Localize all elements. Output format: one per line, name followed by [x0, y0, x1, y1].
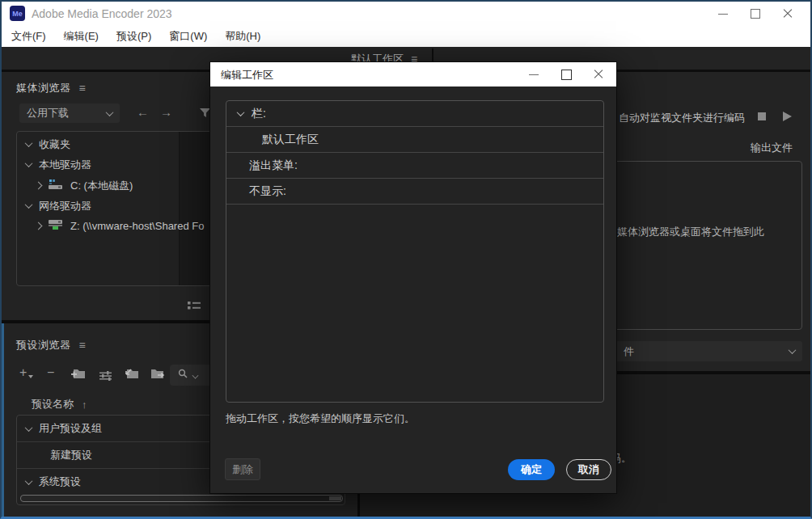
export-preset-icon[interactable] [150, 368, 165, 383]
chevron-right-icon[interactable] [35, 182, 43, 190]
add-preset-button[interactable]: + [19, 365, 33, 380]
preset-settings-icon[interactable] [99, 369, 113, 384]
media-source-select[interactable]: 公用下载 [19, 103, 120, 123]
tree-item-label: 新建预设 [50, 448, 92, 462]
chevron-down-icon[interactable] [25, 424, 33, 432]
workspace-row-label: 栏: [252, 107, 266, 121]
dialog-hint-text: 拖动工作区，按您希望的顺序显示它们。 [226, 411, 415, 426]
preset-browser-title: 预设浏览器 [16, 338, 71, 352]
tree-item-z-drive[interactable]: Z: (\\vmware-host\Shared Fo [36, 216, 204, 236]
window-title: Adobe Media Encoder 2023 [32, 7, 172, 20]
titlebar: Me Adobe Media Encoder 2023 [2, 2, 810, 26]
chevron-down-icon [192, 372, 199, 378]
dialog-titlebar: 编辑工作区 [210, 62, 616, 86]
tree-item-new-preset[interactable]: 新建预设 [50, 445, 92, 466]
minimize-button[interactable] [707, 2, 739, 26]
tree-item-local-drives[interactable]: 本地驱动器 [26, 154, 91, 175]
workspace-row-default[interactable]: 默认工作区 [226, 127, 603, 153]
chevron-down-icon[interactable] [25, 159, 33, 167]
close-button[interactable] [772, 2, 804, 26]
menu-preset[interactable]: 预设(P) [116, 29, 151, 44]
maximize-icon [751, 9, 760, 19]
tree-item-label: 本地驱动器 [39, 158, 91, 172]
delete-button[interactable]: 删除 [225, 458, 260, 480]
sort-direction-icon: ↑ [82, 399, 87, 411]
scrollbar-handle[interactable] [329, 496, 341, 500]
chevron-down-icon [106, 108, 114, 116]
chevron-down-icon [789, 346, 797, 354]
workspace-row-label: 不显示: [249, 184, 286, 199]
tree-item-favorites[interactable]: 收藏夹 [26, 134, 70, 154]
menu-file[interactable]: 文件(F) [11, 29, 46, 44]
media-browser-title: 媒体浏览器 [16, 81, 71, 95]
dialog-minimize-button[interactable] [518, 62, 550, 86]
ok-button[interactable]: 确定 [508, 459, 555, 480]
tree-item-system-presets[interactable]: 系统预设 [26, 471, 81, 492]
tree-item-label: 用户预设及组 [39, 421, 102, 436]
new-preset-group-icon[interactable] [71, 368, 86, 383]
media-source-value: 公用下载 [27, 106, 69, 120]
workspace-list-box: 栏: 默认工作区 溢出菜单: 不显示: [226, 100, 604, 403]
tree-item-c-drive[interactable]: C: (本地磁盘) [36, 175, 133, 196]
workspace-row-label: 溢出菜单: [249, 158, 298, 173]
local-drive-icon [49, 179, 63, 192]
maximize-button[interactable] [739, 2, 772, 26]
app-logo-icon: Me [10, 6, 25, 21]
preset-browser-header: 预设浏览器 ≡ [16, 338, 86, 352]
tree-item-user-presets[interactable]: 用户预设及组 [26, 418, 102, 439]
import-preset-icon[interactable] [125, 368, 139, 383]
minimize-icon [718, 14, 728, 15]
tree-item-label: 系统预设 [39, 475, 81, 489]
filter-icon[interactable] [200, 107, 210, 121]
search-icon [178, 368, 188, 382]
minimize-icon [529, 74, 539, 75]
cancel-button[interactable]: 取消 [566, 459, 611, 480]
queue-drop-hint: 媒体浏览器或桌面将文件拖到此 [617, 225, 764, 239]
preset-sort-header[interactable]: 预设名称 ↑ [32, 397, 87, 411]
workspace-row-label: 默认工作区 [262, 133, 319, 147]
tree-item-label: C: (本地磁盘) [70, 179, 133, 193]
menu-window[interactable]: 窗口(W) [169, 29, 207, 44]
app-window: Me Adobe Media Encoder 2023 文件(F) 编辑(E) … [0, 0, 812, 519]
workspace-row-hidden[interactable]: 不显示: [226, 179, 603, 205]
network-drive-icon [49, 219, 63, 233]
preset-panel-focus-border [2, 323, 4, 517]
dialog-title: 编辑工作区 [221, 68, 273, 82]
media-browser-header: 媒体浏览器 ≡ [16, 81, 86, 95]
tree-item-network-drives[interactable]: 网络驱动器 [26, 196, 91, 216]
close-icon [594, 70, 603, 79]
maximize-icon [561, 70, 572, 80]
tree-item-label: 收藏夹 [39, 137, 70, 152]
remove-preset-button[interactable]: − [47, 365, 54, 380]
preset-browser-menu-icon[interactable]: ≡ [79, 340, 87, 351]
menu-edit[interactable]: 编辑(E) [64, 29, 99, 44]
chevron-down-icon[interactable] [237, 108, 245, 116]
chevron-down-icon[interactable] [25, 477, 33, 485]
dialog-maximize-button[interactable] [550, 62, 582, 86]
back-button[interactable]: ← [137, 105, 149, 119]
auto-encode-label: 自动对监视文件夹进行编码 [619, 111, 745, 125]
add-preset-caret-icon [28, 375, 33, 378]
chevron-down-icon[interactable] [25, 200, 33, 209]
list-view-icon[interactable] [188, 299, 201, 314]
menubar: 文件(F) 编辑(E) 预设(P) 窗口(W) 帮助(H) [2, 26, 810, 47]
menu-help[interactable]: 帮助(H) [225, 29, 260, 44]
chevron-right-icon[interactable] [35, 222, 43, 230]
media-browser-menu-icon[interactable]: ≡ [79, 82, 87, 94]
play-icon[interactable] [783, 112, 792, 121]
forward-button[interactable]: → [160, 105, 172, 119]
workspace-row-bar[interactable]: 栏: [226, 101, 603, 127]
output-file-column-header: 输出文件 [751, 141, 793, 155]
tree-item-label: Z: (\\vmware-host\Shared Fo [70, 220, 204, 232]
stop-icon[interactable] [758, 112, 766, 120]
edit-workspace-dialog: 编辑工作区 栏: 默认工作区 溢出菜单: 不显示: 拖动工作区，按您希望的顺序显… [210, 62, 616, 493]
chevron-down-icon[interactable] [25, 139, 33, 147]
tree-item-label: 网络驱动器 [39, 199, 91, 213]
dialog-close-button[interactable] [582, 62, 615, 86]
preset-horizontal-scrollbar[interactable] [20, 495, 343, 502]
workspace-row-overflow[interactable]: 溢出菜单: [226, 153, 603, 179]
close-icon [783, 9, 793, 19]
sort-column-label: 预设名称 [32, 397, 74, 411]
